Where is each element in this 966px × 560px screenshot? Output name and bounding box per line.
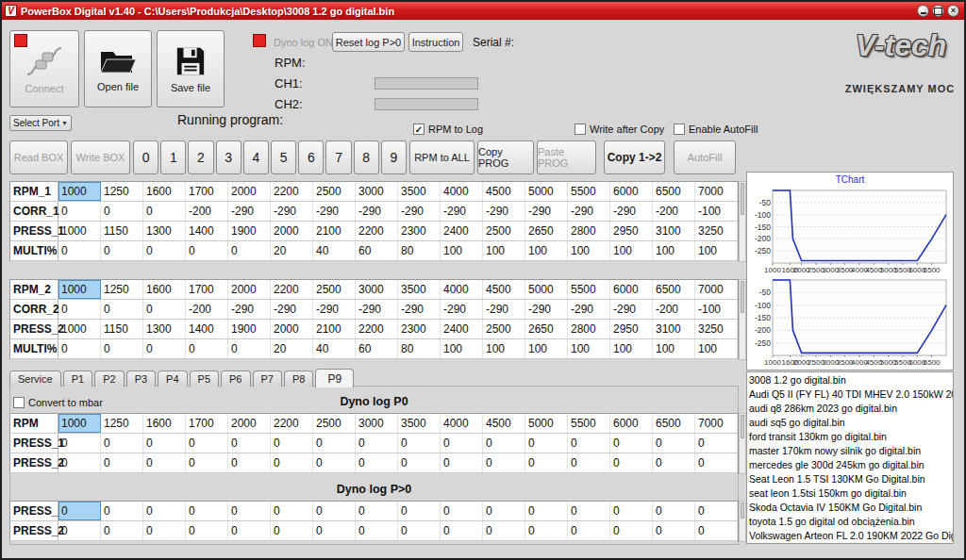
table-cell[interactable]: 0 xyxy=(398,502,441,520)
digit-button-6[interactable]: 6 xyxy=(298,140,324,174)
table-cell[interactable]: 100 xyxy=(610,339,653,358)
table-cell[interactable]: 0 xyxy=(356,434,398,453)
table-cell[interactable]: 0 xyxy=(143,202,186,221)
file-list-item[interactable]: Volkswagen Arteon FL 2.0 190KM 2022 Go D… xyxy=(749,529,953,543)
table-cell[interactable]: 0 xyxy=(653,502,695,520)
table-cell[interactable]: 1150 xyxy=(101,320,143,338)
tab-p4[interactable]: P4 xyxy=(158,371,187,387)
table-cell[interactable]: 0 xyxy=(271,453,313,472)
table-cell[interactable]: 0 xyxy=(58,339,101,358)
table-cell[interactable]: 1600 xyxy=(143,414,186,433)
table-cell[interactable]: 0 xyxy=(653,434,695,453)
table-cell[interactable]: 0 xyxy=(186,502,228,520)
table-cell[interactable]: 1700 xyxy=(186,414,228,433)
table-cell[interactable]: -290 xyxy=(568,300,610,319)
table-cell[interactable]: 2650 xyxy=(525,222,568,240)
table-cell[interactable]: 0 xyxy=(228,453,271,472)
table-cell[interactable]: 6500 xyxy=(653,280,695,299)
table-cell[interactable]: -200 xyxy=(653,202,695,221)
scrollbar-thumb[interactable] xyxy=(741,281,744,313)
table-cell[interactable]: 7000 xyxy=(695,414,738,433)
table-cell[interactable]: 0 xyxy=(695,521,738,540)
table-cell[interactable]: 0 xyxy=(568,502,610,520)
table-cell[interactable]: 0 xyxy=(610,521,653,540)
table-cell[interactable]: 0 xyxy=(186,434,228,453)
table-cell[interactable]: 0 xyxy=(568,434,610,453)
table-cell[interactable]: 1400 xyxy=(186,320,228,338)
table-cell[interactable]: 2200 xyxy=(356,222,398,240)
table-cell[interactable]: 3100 xyxy=(653,222,695,240)
table-cell[interactable]: 2200 xyxy=(271,280,313,299)
table-cell[interactable]: 80 xyxy=(398,241,441,260)
table-cell[interactable]: -290 xyxy=(483,300,525,319)
table-cell[interactable]: -290 xyxy=(398,300,441,319)
table-cell[interactable]: 2400 xyxy=(441,222,483,240)
table-cell[interactable]: 4500 xyxy=(483,280,525,299)
table-cell[interactable]: 0 xyxy=(58,521,101,540)
table-cell[interactable]: -290 xyxy=(610,202,653,221)
table-cell[interactable]: 0 xyxy=(186,241,228,260)
table-cell[interactable]: 100 xyxy=(695,241,738,260)
table-cell[interactable]: 2000 xyxy=(228,414,271,433)
table-cell[interactable]: 0 xyxy=(610,434,653,453)
digit-button-3[interactable]: 3 xyxy=(216,140,242,174)
table-cell[interactable]: -290 xyxy=(441,202,483,221)
table-cell[interactable]: 6500 xyxy=(653,182,695,201)
table-cell[interactable]: 100 xyxy=(525,339,568,358)
table-cell[interactable]: 2300 xyxy=(398,320,441,338)
table-cell[interactable]: 4500 xyxy=(483,414,525,433)
table-cell[interactable]: 2800 xyxy=(568,222,610,240)
table-cell[interactable]: 0 xyxy=(228,502,271,520)
table-cell[interactable]: 100 xyxy=(653,241,695,260)
table-cell[interactable]: 0 xyxy=(228,434,271,453)
table-cell[interactable]: -200 xyxy=(186,300,228,319)
table-cell[interactable]: 0 xyxy=(398,453,441,472)
table-cell[interactable]: 0 xyxy=(483,521,525,540)
table-cell[interactable]: 40 xyxy=(313,339,356,358)
table-cell[interactable]: 3000 xyxy=(356,182,398,201)
table-cell[interactable]: 2300 xyxy=(398,222,441,240)
table-cell[interactable]: 0 xyxy=(695,434,738,453)
tab-service[interactable]: Service xyxy=(9,371,61,387)
instruction-button[interactable]: Instruction xyxy=(408,32,463,52)
table-cell[interactable]: 20 xyxy=(271,241,313,260)
reset-log-button[interactable]: Reset log P>0 xyxy=(332,32,405,52)
table-cell[interactable]: 0 xyxy=(271,502,313,520)
table-cell[interactable]: 5500 xyxy=(568,182,610,201)
table-cell[interactable]: 4000 xyxy=(441,414,483,433)
table-cell[interactable]: 2950 xyxy=(610,320,653,338)
table-cell[interactable]: 0 xyxy=(58,202,101,221)
file-list-item[interactable]: audi q8 286km 2023 go digital.bin xyxy=(749,402,953,416)
table-cell[interactable]: 1600 xyxy=(143,280,186,299)
table-cell[interactable]: 0 xyxy=(525,453,568,472)
table-cell[interactable]: -290 xyxy=(483,202,525,221)
table-cell[interactable]: 0 xyxy=(58,502,101,520)
table-cell[interactable]: 1900 xyxy=(228,222,271,240)
table-cell[interactable]: 0 xyxy=(101,453,143,472)
table-cell[interactable]: 0 xyxy=(695,502,738,520)
table-cell[interactable]: -290 xyxy=(568,202,610,221)
table-cell[interactable]: 0 xyxy=(101,202,143,221)
table-cell[interactable]: 3100 xyxy=(653,320,695,338)
table-cell[interactable]: -290 xyxy=(228,300,271,319)
table-cell[interactable]: 0 xyxy=(271,434,313,453)
table-cell[interactable]: -290 xyxy=(610,300,653,319)
table-cell[interactable]: 100 xyxy=(441,241,483,260)
tab-p6[interactable]: P6 xyxy=(221,371,250,387)
scrollbar-thumb[interactable] xyxy=(741,415,744,438)
table-scrollbar[interactable] xyxy=(739,279,746,360)
table-cell[interactable]: 6000 xyxy=(610,414,653,433)
table-cell[interactable]: -290 xyxy=(271,202,313,221)
table-cell[interactable]: 60 xyxy=(356,339,398,358)
table-cell[interactable]: 5000 xyxy=(525,280,568,299)
table-cell[interactable]: -290 xyxy=(441,300,483,319)
table-cell[interactable]: 2400 xyxy=(441,320,483,338)
tab-p8[interactable]: P8 xyxy=(284,371,313,387)
table-cell[interactable]: -290 xyxy=(525,202,568,221)
table-cell[interactable]: 6000 xyxy=(610,182,653,201)
table-cell[interactable]: 100 xyxy=(568,339,610,358)
table-cell[interactable]: 0 xyxy=(58,434,101,453)
table-cell[interactable]: 3500 xyxy=(398,414,441,433)
table-cell[interactable]: 2100 xyxy=(313,320,356,338)
table-cell[interactable]: 2800 xyxy=(568,320,610,338)
